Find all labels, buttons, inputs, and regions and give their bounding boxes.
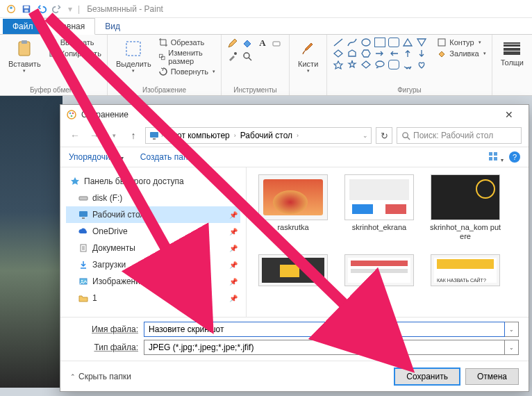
pencil-icon[interactable]: [227, 38, 238, 49]
filetype-dropdown-button[interactable]: ⌄: [505, 340, 519, 355]
svg-rect-14: [273, 42, 280, 46]
nav-back-button[interactable]: ←: [67, 128, 83, 143]
svg-rect-4: [24, 9, 28, 12]
file-pane[interactable]: raskrutka skrinhot_ekrana skrinhot_na_ko…: [247, 167, 529, 317]
shape-fill-button[interactable]: Заливка▾: [437, 49, 485, 58]
tab-home[interactable]: Главная: [43, 18, 96, 35]
hide-folders-toggle[interactable]: ⌃Скрыть папки: [70, 372, 131, 381]
nav-forward-button[interactable]: →: [87, 128, 102, 143]
svg-point-34: [403, 132, 408, 137]
svg-point-1: [10, 6, 13, 9]
tree-item[interactable]: Загрузки📌: [66, 256, 240, 273]
svg-rect-12: [159, 54, 163, 58]
organize-button[interactable]: Упорядочить ▾: [69, 152, 124, 162]
resize-button[interactable]: Изменить размер: [158, 49, 215, 65]
save-icon[interactable]: [19, 2, 33, 16]
file-thumbnail[interactable]: skrinhot_na_kom putere: [429, 174, 502, 240]
new-folder-button[interactable]: Создать папку: [140, 152, 196, 162]
dialog-titlebar: Сохранение ✕: [60, 105, 529, 124]
svg-rect-36: [494, 152, 497, 156]
svg-rect-32: [150, 132, 158, 138]
svg-point-28: [67, 110, 76, 119]
tree-item[interactable]: Изображения📌: [66, 273, 240, 290]
tree-quick-access[interactable]: Панель быстрого доступа: [66, 173, 240, 190]
tree-item[interactable]: disk (F:)📌: [66, 190, 240, 206]
svg-rect-42: [82, 217, 85, 219]
address-dropdown-icon[interactable]: ⌄: [363, 132, 368, 139]
dialog-actions: ⌃Скрыть папки Сохранить Отмена: [60, 361, 529, 391]
filetype-select[interactable]: [144, 340, 505, 355]
svg-marker-20: [334, 50, 342, 57]
eraser-icon[interactable]: [271, 38, 282, 49]
dialog-fields: Имя файла: ⌄ Тип файла: ⌄: [60, 317, 529, 361]
tree-item[interactable]: 1📌: [66, 290, 240, 306]
filename-dropdown-button[interactable]: ⌄: [505, 322, 519, 337]
svg-rect-38: [494, 157, 497, 160]
brushes-button[interactable]: Кисти ▾: [295, 38, 321, 75]
fill-icon[interactable]: [242, 38, 253, 49]
star-icon: [70, 176, 80, 186]
save-button[interactable]: Сохранить: [394, 368, 460, 385]
tab-file[interactable]: Файл: [3, 19, 43, 34]
tool-grid[interactable]: A: [227, 38, 283, 62]
desktop-icon: [78, 210, 88, 220]
nav-tree[interactable]: Панель быстрого доступа disk (F:)📌 Рабоч…: [60, 167, 247, 317]
crop-button[interactable]: Обрезать: [158, 38, 215, 47]
documents-icon: [78, 243, 88, 253]
picker-icon[interactable]: [227, 51, 238, 62]
svg-marker-39: [71, 177, 79, 185]
shape-outline-button[interactable]: Контур▾: [437, 38, 485, 47]
svg-marker-18: [404, 39, 412, 46]
zoom-icon[interactable]: [242, 51, 253, 62]
svg-point-16: [244, 53, 249, 58]
view-mode-button[interactable]: ▾: [488, 151, 504, 164]
svg-marker-22: [362, 50, 370, 57]
nav-up-button[interactable]: ↑: [126, 128, 141, 143]
filetype-label: Тип файла:: [70, 343, 144, 352]
thickness-button[interactable]: Толщи: [498, 38, 526, 68]
file-thumbnail[interactable]: КАК НАЗВАТЬ САЙТ?: [429, 254, 502, 286]
pin-icon: 📌: [229, 261, 238, 269]
file-thumbnail[interactable]: [256, 254, 330, 286]
address-bar[interactable]: › Этот компьютер › Рабочий стол › ⌄: [145, 127, 372, 144]
tree-item[interactable]: Рабочий стол📌: [66, 206, 240, 223]
redo-icon[interactable]: [50, 2, 64, 16]
help-icon[interactable]: ?: [509, 151, 520, 163]
ribbon-group-tools: A Инструменты: [222, 35, 290, 95]
cut-button[interactable]: Вырезать: [48, 38, 101, 47]
undo-icon[interactable]: [35, 2, 49, 16]
filename-label: Имя файла:: [70, 324, 144, 334]
save-dialog: Сохранение ✕ ← → ▾ ↑ › Этот компьютер › …: [60, 104, 529, 392]
svg-rect-37: [489, 157, 492, 160]
dialog-close-button[interactable]: ✕: [495, 105, 523, 124]
pin-icon: 📌: [229, 211, 238, 219]
rotate-button[interactable]: Повернуть▾: [158, 67, 215, 76]
filename-input[interactable]: [144, 322, 505, 337]
tab-view[interactable]: Вид: [95, 19, 130, 34]
svg-point-45: [81, 280, 83, 281]
file-thumbnail[interactable]: raskrutka: [256, 174, 330, 240]
ribbon-group-thickness: Толщи: [492, 35, 532, 95]
refresh-button[interactable]: ↻: [376, 127, 392, 144]
select-button[interactable]: Выделить ▾: [113, 38, 154, 75]
svg-rect-10: [51, 49, 56, 55]
cancel-button[interactable]: Отмена: [465, 368, 519, 385]
search-input[interactable]: Поиск: Рабочий стол: [397, 127, 522, 144]
pin-icon: 📌: [229, 245, 238, 252]
shape-gallery[interactable]: [333, 38, 429, 69]
pin-icon: 📌: [229, 278, 238, 286]
svg-rect-3: [24, 6, 29, 8]
file-thumbnail[interactable]: skrinhot_ekrana: [342, 174, 416, 240]
copy-button[interactable]: Копировать: [48, 49, 101, 58]
ribbon-group-image: Выделить ▾ Обрезать Изменить размер Пове…: [108, 35, 222, 95]
dialog-address-row: ← → ▾ ↑ › Этот компьютер › Рабочий стол …: [60, 124, 529, 147]
ribbon-tabs: Файл Главная Вид: [0, 18, 532, 35]
tree-item[interactable]: Документы📌: [66, 240, 240, 256]
file-thumbnail[interactable]: [342, 254, 416, 286]
nav-recent-button[interactable]: ▾: [106, 128, 122, 143]
svg-point-17: [362, 39, 370, 46]
paste-button[interactable]: Вставить ▾: [6, 38, 44, 75]
text-icon[interactable]: A: [256, 38, 269, 49]
tree-item[interactable]: OneDrive📌: [66, 223, 240, 240]
ribbon-group-clipboard: Вставить ▾ Вырезать Копировать Буфер обм…: [0, 35, 108, 95]
